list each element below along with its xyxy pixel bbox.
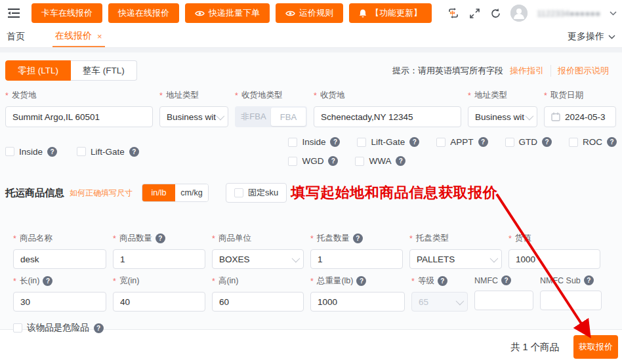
help-icon[interactable]: ? [607, 137, 617, 147]
help-icon[interactable]: ? [501, 275, 511, 285]
pickup-date-picker[interactable]: 2024-05-3 [544, 106, 616, 127]
chevron-down-icon[interactable] [610, 11, 617, 16]
checkbox[interactable] [569, 138, 578, 147]
width-input[interactable] [113, 292, 205, 312]
origin-liftgate-option[interactable]: Lift-Gate ? [77, 137, 139, 166]
help-icon[interactable]: ? [129, 147, 139, 157]
length-input[interactable] [13, 292, 106, 312]
help-icon[interactable]: ? [438, 276, 447, 286]
help-icon[interactable]: ? [409, 137, 419, 147]
unit-cmkg-button[interactable]: cm/kg [175, 184, 208, 201]
quote-diagram-link[interactable]: 报价图示说明 [550, 65, 615, 77]
dest-address-type-select[interactable]: Business wit [468, 106, 537, 127]
checkbox[interactable] [234, 188, 243, 197]
product-name-input[interactable] [13, 249, 106, 269]
help-icon[interactable]: ? [43, 276, 52, 286]
total-weight-field: 总重量(lb)? [310, 275, 405, 312]
origin-input[interactable] [5, 106, 153, 127]
checkbox[interactable] [357, 138, 366, 147]
mode-ftl-button[interactable]: 整车 (FTL) [71, 60, 137, 81]
origin-address-type-select[interactable]: Business wit [159, 106, 228, 127]
size-help-link[interactable]: 如何正确填写尺寸 [70, 188, 133, 199]
nmfc-sub-input[interactable] [540, 291, 602, 310]
refresh-icon[interactable] [489, 7, 501, 19]
service-label: Inside [302, 137, 325, 147]
freight-rules-button[interactable]: 运价规则 [276, 3, 343, 23]
total-weight-input[interactable] [310, 292, 405, 312]
dest-address-type-label: 地址类型 [468, 90, 537, 101]
dest-roc-option[interactable]: ROC ? [569, 137, 617, 147]
help-icon[interactable]: ? [94, 323, 104, 333]
dest-inside-option[interactable]: Inside ? [288, 137, 340, 147]
truck-online-quote-button[interactable]: 卡车在线报价 [31, 3, 102, 23]
help-icon[interactable]: ? [47, 147, 57, 157]
dest-appt-option[interactable]: APPT ? [436, 137, 487, 147]
help-icon[interactable]: ? [353, 233, 363, 243]
translate-icon[interactable]: 中 [447, 7, 459, 19]
express-batch-order-button[interactable]: 快递批量下单 [185, 3, 270, 23]
help-icon[interactable]: ? [330, 137, 340, 147]
help-icon[interactable]: ? [542, 137, 552, 147]
product-unit-select[interactable]: BOXES [212, 249, 304, 269]
unit-inlb-button[interactable]: in/lb [142, 184, 175, 201]
fba-option[interactable]: FBA [271, 108, 306, 126]
get-quote-button[interactable]: 获取报价 [573, 335, 618, 359]
origin-inside-option[interactable]: Inside ? [5, 137, 57, 166]
dest-services-row2: WGD ? WWA ? [288, 156, 617, 166]
dest-kind-field: 收货地类型 非FBA FBA [235, 90, 307, 127]
non-fba-option[interactable]: 非FBA [236, 108, 271, 126]
mode-ltl-button[interactable]: 零担 (LTL) [5, 60, 71, 81]
dest-wwa-option[interactable]: WWA ? [355, 156, 405, 166]
destination-field: 收货地 [314, 90, 461, 127]
service-label: Lift-Gate [371, 137, 405, 147]
nmfc-input[interactable] [474, 291, 533, 310]
pallet-qty-input[interactable] [310, 249, 403, 269]
checkbox[interactable] [288, 157, 297, 166]
freight-class-select[interactable]: 65 [411, 292, 468, 312]
help-icon[interactable]: ? [156, 233, 165, 243]
product-qty-input[interactable] [113, 249, 205, 269]
fullscreen-icon[interactable] [468, 7, 480, 19]
checkbox[interactable] [288, 138, 297, 147]
dest-gtd-option[interactable]: GTD ? [505, 137, 552, 147]
help-icon[interactable]: ? [356, 276, 366, 286]
eye-icon [195, 10, 205, 17]
help-icon[interactable]: ? [328, 156, 338, 166]
pallet-type-select[interactable]: PALLETS [409, 249, 502, 269]
dest-liftgate-option[interactable]: Lift-Gate ? [357, 137, 419, 147]
fixed-sku-option[interactable]: 固定sku [226, 183, 287, 203]
more-actions-menu[interactable]: 更多操作 [568, 31, 615, 43]
checkbox[interactable] [13, 323, 22, 333]
checkbox[interactable] [5, 147, 14, 156]
tab-online-quote[interactable]: 在线报价 × [52, 26, 105, 47]
checkbox[interactable] [505, 138, 514, 147]
help-icon[interactable]: ? [396, 156, 405, 166]
button-label: 快递批量下单 [209, 7, 260, 19]
menu-fold-icon[interactable] [8, 7, 21, 20]
checkbox[interactable] [355, 157, 364, 166]
fixed-sku-label: 固定sku [248, 187, 278, 199]
cargo-value-input[interactable] [508, 249, 600, 269]
checkbox[interactable] [436, 138, 446, 147]
dest-services: Inside ? Lift-Gate ? APPT ? [288, 137, 617, 166]
height-input[interactable] [212, 292, 304, 312]
user-name-masked: 1122334●●●●●● [537, 9, 600, 18]
dest-wgd-option[interactable]: WGD ? [288, 156, 338, 166]
destination-input[interactable] [314, 106, 461, 127]
user-avatar[interactable] [510, 5, 528, 22]
express-online-quote-button[interactable]: 快递在线报价 [108, 3, 179, 23]
help-icon[interactable]: ? [478, 137, 488, 147]
feature-update-button[interactable]: 【功能更新】 [349, 3, 432, 23]
select-value: Business wit [475, 112, 524, 122]
width-field: 宽(in) [113, 275, 205, 312]
date-value: 2024-05-3 [565, 112, 606, 122]
help-icon[interactable]: ? [584, 275, 594, 285]
operation-guide-link[interactable]: 操作指引 [503, 65, 550, 77]
height-field: 高(in) [212, 275, 304, 312]
checkbox[interactable] [77, 147, 86, 156]
tab-home[interactable]: 首页 [7, 31, 25, 43]
quote-form-panel: 零担 (LTL) 整车 (FTL) 提示：请用英语填写所有字段 操作指引 报价图… [0, 52, 622, 330]
button-label: 卡车在线报价 [41, 7, 93, 19]
tab-close-icon[interactable]: × [97, 31, 102, 41]
hazardous-option[interactable]: 该物品是危险品 ? [13, 322, 617, 334]
